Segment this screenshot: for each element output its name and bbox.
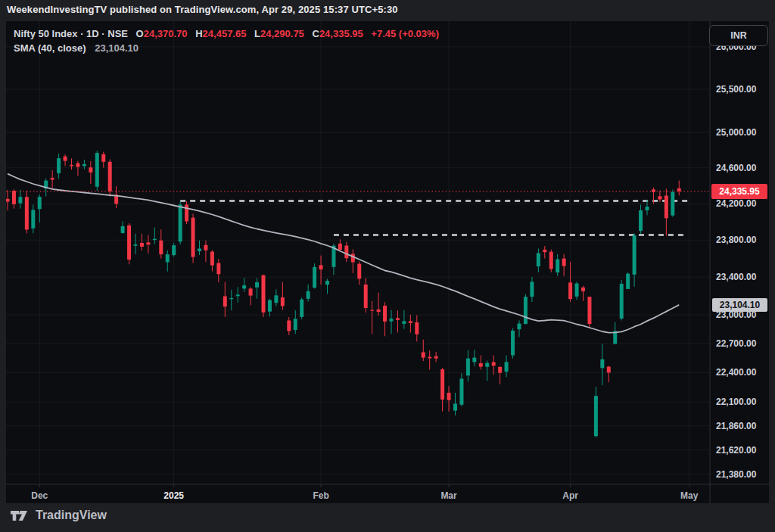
candle-body	[370, 310, 374, 311]
candle-body	[172, 245, 176, 255]
candle-body	[479, 363, 483, 366]
candle-body	[95, 153, 99, 187]
candle-body	[537, 254, 540, 267]
candle-body	[108, 162, 112, 191]
sma-value-badge-text: 23,104.10	[720, 300, 761, 310]
candle-body	[191, 218, 195, 257]
candle-body	[101, 154, 105, 162]
candle-body	[57, 158, 61, 173]
price-tick-label: 24,200.00	[716, 198, 757, 209]
candle-body	[383, 306, 387, 322]
price-tick-label: 22,400.00	[716, 367, 757, 378]
time-tick-label[interactable]: Dec	[31, 490, 48, 501]
candle-body	[639, 210, 643, 231]
price-tick-label: 23,400.00	[716, 272, 757, 282]
candle-body	[204, 245, 207, 250]
tradingview-logo-icon	[11, 509, 30, 522]
time-tick-label[interactable]: Apr	[562, 490, 578, 501]
candle-body	[300, 300, 303, 317]
open-label: O	[136, 28, 144, 39]
candle-body	[594, 396, 598, 436]
candle-body	[210, 252, 214, 266]
candle-body	[89, 167, 92, 173]
time-tick-label[interactable]: Mar	[440, 490, 457, 501]
candle-body	[600, 359, 604, 369]
candle-body	[626, 274, 630, 289]
candle-body	[134, 244, 138, 246]
candle-body	[511, 331, 515, 356]
candle-body	[422, 352, 425, 357]
high-value: 24,457.65	[203, 28, 247, 39]
candle-body	[281, 297, 285, 306]
candle-body	[607, 367, 611, 373]
candle-body	[255, 282, 259, 288]
candle-body	[377, 310, 381, 312]
candle-body	[530, 282, 534, 297]
high-label: H	[195, 28, 202, 39]
footer-bar: TradingView	[11, 509, 107, 522]
candle-body	[434, 356, 438, 359]
sma-40-line	[8, 174, 679, 333]
candle-body	[166, 254, 170, 262]
candle-body	[658, 196, 661, 199]
candle-body	[505, 362, 509, 372]
candle-body	[216, 263, 220, 275]
candle-body	[543, 250, 546, 252]
legend-indicator-row: SMA (40, close) 23,104.10	[14, 41, 439, 55]
chart-canvas[interactable]: 26,000.0025,500.0025,000.0024,600.0024,2…	[6, 21, 769, 503]
candle-body	[146, 242, 150, 244]
candle-body	[671, 192, 674, 216]
candle-body	[179, 204, 182, 241]
candle-body	[287, 320, 291, 331]
price-tick-label: 22,100.00	[716, 397, 757, 407]
candle-body	[307, 291, 310, 299]
candle-body	[472, 358, 476, 362]
tradingview-published-chart: WeekendInvestingTV published on TradingV…	[0, 0, 775, 532]
candle-body	[665, 195, 668, 218]
candle-body	[357, 264, 361, 279]
candle-body	[159, 241, 163, 254]
candle-body	[82, 164, 86, 166]
close-value: 24,335.95	[319, 28, 363, 39]
candle-body	[587, 297, 591, 324]
time-tick-label[interactable]: Feb	[313, 490, 328, 501]
candle-body	[581, 288, 585, 291]
candle-body	[338, 244, 342, 250]
candle-body	[677, 188, 681, 191]
footer-logo-text[interactable]: TradingView	[36, 509, 107, 522]
price-tick-label: 21,620.00	[716, 445, 757, 456]
attribution-text: WeekendInvestingTV published on TradingV…	[7, 4, 398, 15]
candle-body	[18, 197, 22, 203]
candle-body	[390, 319, 394, 322]
candle-body	[402, 321, 406, 324]
candle-body	[447, 393, 451, 400]
candle-body	[466, 359, 470, 376]
sma-label[interactable]: SMA (40, close)	[14, 42, 86, 54]
candle-body	[633, 235, 636, 275]
candle-body	[70, 165, 73, 166]
low-label: L	[254, 28, 260, 39]
candle-body	[229, 298, 233, 299]
close-label: C	[312, 28, 319, 39]
price-tick-label: 24,600.00	[716, 163, 757, 173]
price-tick-label: 25,500.00	[716, 84, 757, 95]
candle-body	[274, 295, 278, 303]
candle-body	[31, 210, 35, 229]
candle-body	[121, 226, 125, 233]
price-tick-label: 22,700.00	[716, 338, 757, 349]
price-tick-label: 23,800.00	[716, 235, 757, 245]
candle-body	[185, 204, 188, 221]
time-tick-label[interactable]: May	[680, 490, 699, 501]
candle-body	[492, 362, 496, 366]
currency-button[interactable]: INR	[709, 25, 768, 46]
candle-body	[25, 197, 29, 229]
price-tick-label: 25,000.00	[716, 127, 757, 138]
candle-body	[242, 285, 246, 288]
time-tick-label[interactable]: 2025	[163, 490, 184, 501]
candle-body	[38, 197, 42, 209]
candle-body	[568, 282, 572, 299]
candle-body	[459, 378, 463, 404]
last-price-badge-text: 24,335.95	[719, 186, 760, 197]
candle-body	[498, 367, 502, 373]
candle-body	[646, 207, 649, 210]
